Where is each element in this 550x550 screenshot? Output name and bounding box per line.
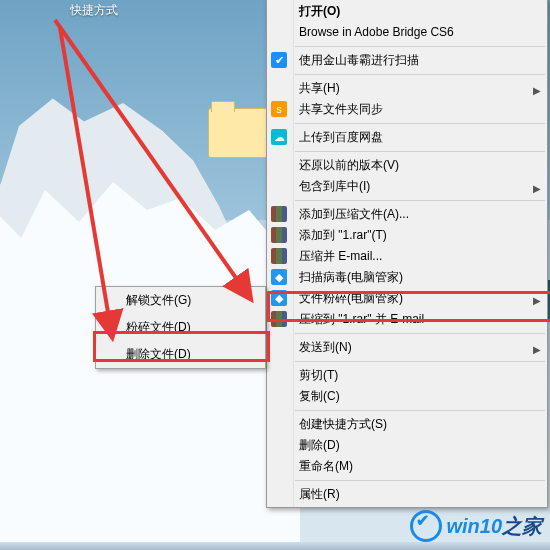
menu-jinshan-scan[interactable]: ✔使用金山毒霸进行扫描 [267,50,547,71]
menu-create-shortcut[interactable]: 创建快捷方式(S) [267,414,547,435]
menu-add-archive[interactable]: 添加到压缩文件(A)... [267,204,547,225]
menu-share[interactable]: 共享(H)▶ [267,78,547,99]
menu-scan-virus-qq[interactable]: ◆扫描病毒(电脑管家) [267,267,547,288]
menu-separator [295,200,545,201]
cloud-icon: ☁ [271,129,287,145]
submenu-unlock-file[interactable]: 解锁文件(G) [96,287,265,314]
menu-separator [295,333,545,334]
menu-separator [295,480,545,481]
menu-separator [295,123,545,124]
submenu-arrow-icon: ▶ [533,342,541,357]
menu-separator [295,74,545,75]
qq-guard-icon: ◆ [271,290,287,306]
menu-add-1rar[interactable]: 添加到 "1.rar"(T) [267,225,547,246]
window-title-fragment: 快捷方式 [70,2,118,19]
menu-share-folder-sync[interactable]: s共享文件夹同步 [267,99,547,120]
menu-properties[interactable]: 属性(R) [267,484,547,505]
menu-send-to[interactable]: 发送到(N)▶ [267,337,547,358]
screenshot-stage: 快捷方式 解锁文件(G) 粉碎文件(D) 删除文件(D) 打开(O) Brows… [0,0,550,550]
menu-delete[interactable]: 删除(D) [267,435,547,456]
menu-include-library[interactable]: 包含到库中(I)▶ [267,176,547,197]
context-menu: 打开(O) Browse in Adobe Bridge CS6 ✔使用金山毒霸… [266,0,548,508]
menu-compress-email[interactable]: 压缩并 E-mail... [267,246,547,267]
menu-separator [295,151,545,152]
menu-separator [295,46,545,47]
menu-restore-versions[interactable]: 还原以前的版本(V) [267,155,547,176]
secondary-submenu: 解锁文件(G) 粉碎文件(D) 删除文件(D) [95,286,266,369]
selected-folder-icon[interactable] [208,108,270,158]
menu-compress-1rar-email[interactable]: 压缩到 "1.rar" 并 E-mail [267,309,547,330]
menu-cut[interactable]: 剪切(T) [267,365,547,386]
submenu-arrow-icon: ▶ [533,83,541,98]
menu-upload-baidu[interactable]: ☁上传到百度网盘 [267,127,547,148]
menu-separator [295,361,545,362]
watermark-logo-icon [410,510,442,542]
submenu-arrow-icon: ▶ [533,181,541,196]
menu-file-shred-qq[interactable]: ◆文件粉碎(电脑管家)▶ [267,288,547,309]
menu-copy[interactable]: 复制(C) [267,386,547,407]
winrar-icon [271,206,287,222]
submenu-arrow-icon: ▶ [533,293,541,308]
submenu-shred-file[interactable]: 粉碎文件(D) [96,314,265,341]
winrar-icon [271,311,287,327]
taskbar-fragment [0,542,550,550]
qq-guard-icon: ◆ [271,269,287,285]
menu-browse-bridge[interactable]: Browse in Adobe Bridge CS6 [267,22,547,43]
shield-check-icon: ✔ [271,52,287,68]
menu-separator [295,410,545,411]
winrar-icon [271,248,287,264]
menu-open[interactable]: 打开(O) [267,1,547,22]
menu-rename[interactable]: 重命名(M) [267,456,547,477]
sync-icon: s [271,101,287,117]
watermark: win10之家 [410,510,542,542]
winrar-icon [271,227,287,243]
submenu-delete-file[interactable]: 删除文件(D) [96,341,265,368]
